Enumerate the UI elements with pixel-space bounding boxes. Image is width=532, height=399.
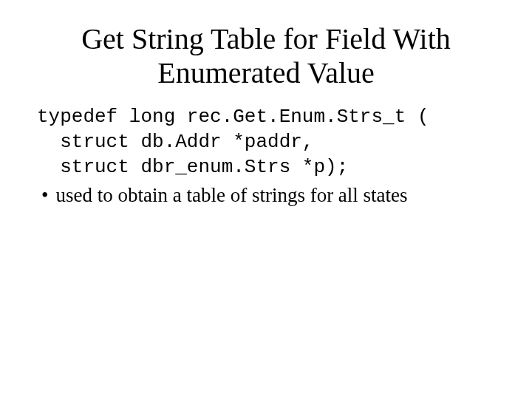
code-line-1: typedef long rec.Get.Enum.Strs_t ( xyxy=(37,106,429,128)
code-line-2: struct db.Addr *paddr, xyxy=(37,131,313,153)
code-line-3: struct dbr_enum.Strs *p); xyxy=(37,156,348,178)
slide: Get String Table for Field With Enumerat… xyxy=(0,0,532,399)
title-line-1: Get String Table for Field With xyxy=(81,22,451,55)
title-line-2: Enumerated Value xyxy=(157,56,375,89)
bullet-item: • used to obtain a table of strings for … xyxy=(41,183,495,208)
bullet-dot-icon: • xyxy=(41,183,48,208)
slide-title: Get String Table for Field With Enumerat… xyxy=(37,22,495,90)
bullet-text: used to obtain a table of strings for al… xyxy=(55,183,407,208)
code-block: typedef long rec.Get.Enum.Strs_t ( struc… xyxy=(37,105,495,180)
